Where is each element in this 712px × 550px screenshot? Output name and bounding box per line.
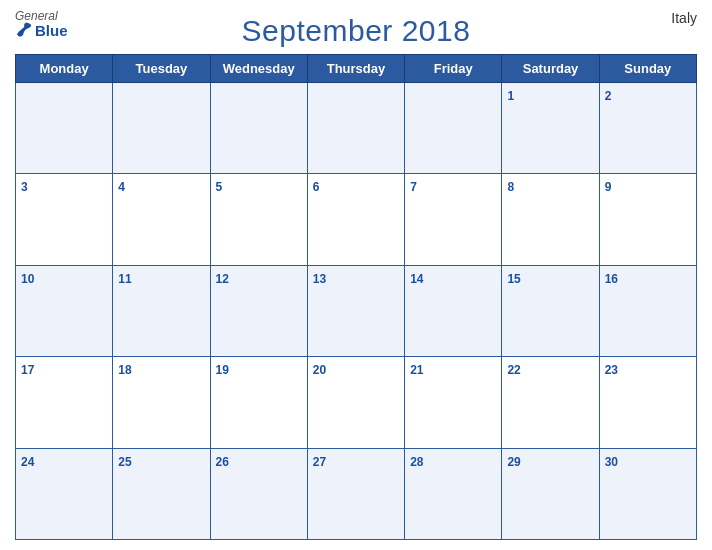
table-cell: [210, 83, 307, 174]
calendar-thead: Monday Tuesday Wednesday Thursday Friday…: [16, 55, 697, 83]
calendar-header: General Blue September 2018 Italy: [15, 10, 697, 54]
day-number: 1: [507, 89, 514, 103]
day-number: 11: [118, 272, 131, 286]
header-row: Monday Tuesday Wednesday Thursday Friday…: [16, 55, 697, 83]
day-number: 25: [118, 455, 131, 469]
table-row: 10 11 12 13 14 15 16: [16, 265, 697, 356]
day-number: 8: [507, 180, 514, 194]
logo-blue-container: Blue: [15, 22, 68, 38]
calendar-table: Monday Tuesday Wednesday Thursday Friday…: [15, 54, 697, 540]
calendar-tbody: 1 2 3 4 5 6 7 8 9 10 11 12 13 14: [16, 83, 697, 540]
calendar-title: September 2018: [242, 14, 471, 48]
table-cell: 2: [599, 83, 696, 174]
day-number: 29: [507, 455, 520, 469]
day-number: 10: [21, 272, 34, 286]
table-row: 17 18 19 20 21 22 23: [16, 357, 697, 448]
col-thursday: Thursday: [307, 55, 404, 83]
day-number: 17: [21, 363, 34, 377]
day-number: 3: [21, 180, 28, 194]
day-number: 28: [410, 455, 423, 469]
table-cell: 16: [599, 265, 696, 356]
table-cell: 27: [307, 448, 404, 539]
table-cell: 20: [307, 357, 404, 448]
table-cell: 17: [16, 357, 113, 448]
table-cell: 26: [210, 448, 307, 539]
day-number: 15: [507, 272, 520, 286]
day-number: 21: [410, 363, 423, 377]
day-number: 23: [605, 363, 618, 377]
table-cell: [113, 83, 210, 174]
table-cell: 30: [599, 448, 696, 539]
table-cell: [16, 83, 113, 174]
table-cell: 13: [307, 265, 404, 356]
table-cell: 28: [405, 448, 502, 539]
table-cell: 4: [113, 174, 210, 265]
table-cell: 25: [113, 448, 210, 539]
day-number: 13: [313, 272, 326, 286]
table-cell: 6: [307, 174, 404, 265]
day-number: 14: [410, 272, 423, 286]
day-number: 22: [507, 363, 520, 377]
table-cell: 9: [599, 174, 696, 265]
col-wednesday: Wednesday: [210, 55, 307, 83]
table-cell: 3: [16, 174, 113, 265]
day-number: 24: [21, 455, 34, 469]
calendar-grid-container: Monday Tuesday Wednesday Thursday Friday…: [15, 54, 697, 540]
table-cell: 10: [16, 265, 113, 356]
table-cell: 8: [502, 174, 599, 265]
country-label: Italy: [671, 10, 697, 26]
col-monday: Monday: [16, 55, 113, 83]
calendar-page: General Blue September 2018 Italy Monday…: [0, 0, 712, 550]
table-cell: 22: [502, 357, 599, 448]
day-number: 30: [605, 455, 618, 469]
col-friday: Friday: [405, 55, 502, 83]
day-number: 4: [118, 180, 125, 194]
day-number: 12: [216, 272, 229, 286]
col-tuesday: Tuesday: [113, 55, 210, 83]
day-number: 7: [410, 180, 417, 194]
day-number: 16: [605, 272, 618, 286]
table-cell: 1: [502, 83, 599, 174]
logo-general-text: General: [15, 10, 58, 22]
table-cell: 18: [113, 357, 210, 448]
table-row: 3 4 5 6 7 8 9: [16, 174, 697, 265]
table-cell: 11: [113, 265, 210, 356]
table-cell: 24: [16, 448, 113, 539]
table-cell: [405, 83, 502, 174]
col-saturday: Saturday: [502, 55, 599, 83]
col-sunday: Sunday: [599, 55, 696, 83]
table-cell: 29: [502, 448, 599, 539]
table-cell: 19: [210, 357, 307, 448]
table-cell: 21: [405, 357, 502, 448]
table-cell: 14: [405, 265, 502, 356]
table-cell: 23: [599, 357, 696, 448]
logo: General Blue: [15, 10, 68, 38]
table-cell: 15: [502, 265, 599, 356]
table-row: 24 25 26 27 28 29 30: [16, 448, 697, 539]
logo-blue-text: Blue: [35, 23, 68, 38]
table-row: 1 2: [16, 83, 697, 174]
day-number: 27: [313, 455, 326, 469]
logo-bird-icon: [15, 22, 33, 38]
day-number: 6: [313, 180, 320, 194]
table-cell: [307, 83, 404, 174]
table-cell: 5: [210, 174, 307, 265]
day-number: 19: [216, 363, 229, 377]
day-number: 9: [605, 180, 612, 194]
table-cell: 12: [210, 265, 307, 356]
day-number: 26: [216, 455, 229, 469]
table-cell: 7: [405, 174, 502, 265]
day-number: 20: [313, 363, 326, 377]
day-number: 2: [605, 89, 612, 103]
day-number: 5: [216, 180, 223, 194]
day-number: 18: [118, 363, 131, 377]
